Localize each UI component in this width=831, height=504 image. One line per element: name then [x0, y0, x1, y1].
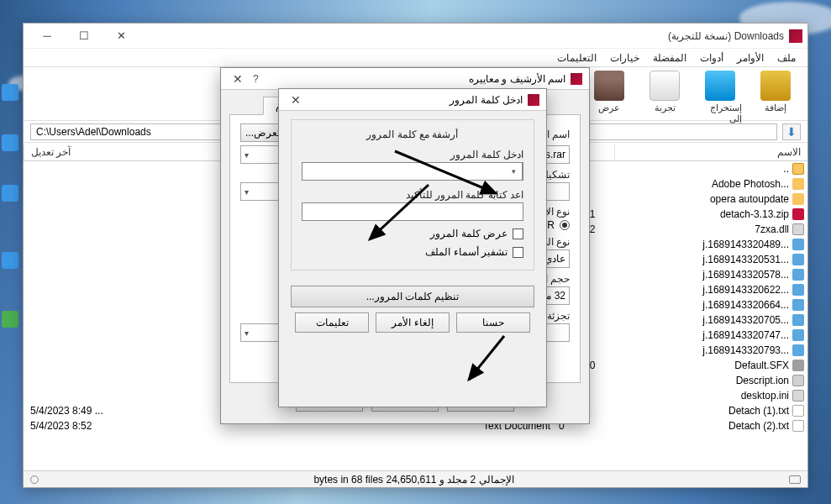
- radio-rar[interactable]: [560, 220, 570, 230]
- file-icon: [792, 163, 804, 175]
- file-icon: [792, 223, 804, 235]
- tool-test[interactable]: تجربة: [643, 71, 686, 113]
- status-text: الإجمالي 2 مجلد و 24,650,611 bytes in 68…: [45, 474, 782, 486]
- file-icon: [792, 208, 804, 220]
- file-icon: [792, 193, 804, 205]
- group-title: أرشفة مع كلمة المرور: [302, 129, 523, 140]
- file-icon: [792, 284, 804, 296]
- add-icon: [760, 71, 791, 101]
- file-icon: [792, 375, 804, 386]
- tool-view[interactable]: عرض: [587, 71, 631, 113]
- reenter-password-label: اعد كتابة كلمة المرور للتأكيد: [302, 189, 523, 201]
- file-icon: [792, 344, 804, 356]
- menu-file[interactable]: ملف: [772, 50, 801, 66]
- close-button[interactable]: ✕: [228, 72, 248, 86]
- encrypt-names-checkbox[interactable]: تشفير أسماء الملف: [302, 246, 523, 258]
- enter-password-label: ادخل كلمة المرور: [302, 149, 523, 160]
- password-dialog: ادخل كلمة المرور ✕ أرشفة مع كلمة المرور …: [278, 88, 547, 407]
- winrar-icon: [528, 94, 539, 106]
- menu-tools[interactable]: أدوات: [695, 50, 728, 66]
- file-icon: [792, 314, 804, 326]
- file-icon: [792, 329, 804, 341]
- col-name[interactable]: الاسم: [614, 144, 807, 160]
- desktop-icon[interactable]: [2, 134, 18, 151]
- minimize-button[interactable]: ─: [29, 24, 66, 48]
- file-icon: [792, 239, 804, 250]
- extract-icon: [705, 71, 735, 101]
- winrar-icon: [571, 73, 582, 85]
- file-icon: [792, 178, 804, 190]
- up-button[interactable]: ⬇: [782, 123, 801, 140]
- password-group: أرشفة مع كلمة المرور ادخل كلمة المرور ▾ …: [291, 119, 534, 270]
- dialog-title: ادخل كلمة المرور: [306, 94, 523, 106]
- file-icon: [792, 269, 804, 281]
- desktop-icon[interactable]: [2, 84, 18, 101]
- help-button[interactable]: ?: [253, 73, 259, 85]
- tool-add[interactable]: إضافة: [754, 71, 797, 113]
- cancel-button[interactable]: إلغاء الأمر: [376, 312, 450, 333]
- close-button[interactable]: ✕: [103, 24, 139, 48]
- titlebar: Downloads (نسخة للتجربة) ─ ☐ ✕: [24, 24, 807, 49]
- close-button[interactable]: ✕: [286, 93, 306, 107]
- winrar-icon: [789, 29, 802, 43]
- menu-commands[interactable]: الأوامر: [732, 50, 769, 66]
- menubar: ملف الأوامر أدوات المفضلة خيارات التعليم…: [24, 49, 807, 67]
- desktop-icon[interactable]: [2, 311, 18, 328]
- file-icon: [792, 360, 804, 371]
- file-icon: [792, 390, 804, 402]
- menu-help[interactable]: التعليمات: [552, 50, 602, 66]
- help-button[interactable]: تعليمات: [295, 312, 369, 333]
- dialog-title: اسم الأرشيف و معاييره: [264, 73, 565, 85]
- file-icon: [792, 420, 804, 432]
- window-title: Downloads (نسخة للتجربة): [139, 30, 784, 42]
- organize-passwords-button[interactable]: تنظيم كلمات المرور...: [291, 286, 534, 307]
- status-bar: الإجمالي 2 مجلد و 24,650,611 bytes in 68…: [24, 470, 807, 487]
- file-icon: [792, 299, 804, 311]
- menu-favorites[interactable]: المفضلة: [648, 50, 692, 66]
- show-password-checkbox[interactable]: عرض كلمة المرور: [302, 228, 523, 239]
- file-icon: [792, 254, 804, 265]
- password-confirm-input[interactable]: [302, 202, 523, 221]
- view-icon: [594, 71, 624, 101]
- disk-icon: [30, 475, 39, 484]
- desktop-icon[interactable]: [2, 185, 18, 202]
- menu-options[interactable]: خيارات: [605, 50, 644, 66]
- key-icon: [789, 475, 801, 484]
- desktop-icon[interactable]: [2, 252, 18, 269]
- tool-extract[interactable]: إستخراج إلى: [698, 71, 742, 124]
- ok-button[interactable]: حسنا: [456, 312, 530, 333]
- file-icon: [792, 405, 804, 417]
- password-input[interactable]: ▾: [302, 162, 523, 181]
- test-icon: [650, 71, 680, 101]
- maximize-button[interactable]: ☐: [66, 24, 103, 48]
